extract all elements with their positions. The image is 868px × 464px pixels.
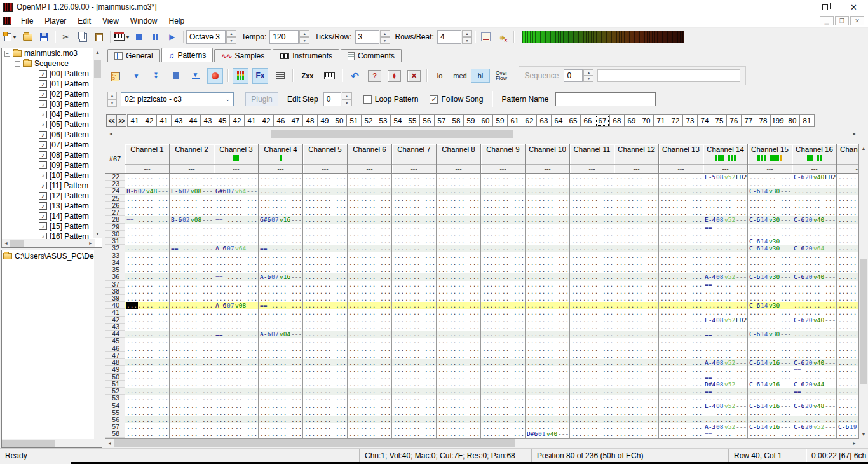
pattern-cell[interactable]: .......... [170, 366, 214, 373]
order-hscroll-thumb[interactable] [271, 130, 513, 138]
pattern-cell[interactable]: .......... [392, 374, 437, 381]
tab-samples[interactable]: ∿∿Samples [214, 49, 271, 62]
pattern-cell[interactable]: .......... [659, 366, 703, 373]
pattern-cell[interactable]: A-408v52--- [703, 359, 748, 366]
pattern-cell[interactable]: .......... [392, 238, 437, 245]
pattern-cell[interactable]: .......... [214, 430, 259, 437]
pattern-cell[interactable]: .......... [214, 288, 259, 295]
pattern-cell[interactable]: .......... [259, 281, 303, 288]
pattern-cell[interactable]: .......... [481, 181, 526, 188]
pattern-cell[interactable]: .......... [614, 423, 659, 430]
pattern-cell[interactable]: C-620v40--- [792, 359, 837, 366]
pattern-cell[interactable]: .......... [437, 366, 481, 373]
pattern-cell[interactable]: .......... [614, 359, 659, 366]
pattern-cell[interactable]: .......... [259, 345, 303, 352]
order-cell-75[interactable]: 75 [712, 114, 727, 127]
pattern-cell[interactable]: .......... [170, 302, 214, 309]
pattern-cell[interactable]: .......... [303, 381, 348, 388]
pattern-cell[interactable]: .......... [703, 266, 748, 273]
pattern-name-input[interactable] [555, 92, 656, 106]
spin-down-icon[interactable]: ▼ [583, 76, 593, 82]
pattern-cell[interactable]: .......... [526, 416, 570, 423]
pattern-cell[interactable]: .......... [659, 202, 703, 209]
open-file-button[interactable] [20, 29, 35, 44]
record-button[interactable] [207, 68, 223, 84]
pattern-cell[interactable]: .......... [303, 224, 348, 231]
channel-header-15[interactable]: Channel 15--- [748, 144, 792, 174]
pattern-cell[interactable]: .......... [348, 259, 392, 266]
pattern-cell[interactable]: .......... [703, 309, 748, 316]
pattern-cell[interactable]: .......... [259, 409, 303, 416]
pattern-cell[interactable]: .......... [214, 416, 259, 423]
tree-item-pattern-12[interactable]: ♪[12] Pattern [2, 191, 102, 201]
pattern-cell[interactable]: .......... [659, 381, 703, 388]
detail-lo-button[interactable]: lo [430, 69, 449, 83]
pattern-cell[interactable]: .......... [170, 381, 214, 388]
pattern-cell[interactable]: .......... [837, 259, 859, 266]
pattern-cell[interactable]: .......... [703, 352, 748, 359]
octave-spinner[interactable]: ▲▼ [226, 30, 236, 44]
pattern-cell[interactable]: .......... [348, 331, 392, 338]
pattern-cell[interactable]: .......... [214, 374, 259, 381]
pattern-cell[interactable]: ==....... [259, 245, 303, 252]
pattern-cell[interactable]: .......... [437, 395, 481, 402]
pattern-cell[interactable]: .......... [481, 331, 526, 338]
order-cell-68[interactable]: 68 [609, 114, 625, 127]
pattern-cell[interactable]: .......... [703, 345, 748, 352]
pattern-cell[interactable]: C-614v30--- [748, 238, 792, 245]
pattern-cell[interactable]: .......... [392, 402, 437, 409]
tab-general[interactable]: General [107, 49, 160, 62]
pattern-cell[interactable]: .......... [570, 430, 614, 437]
menu-item-help[interactable]: Help [163, 15, 191, 27]
pattern-cell[interactable]: .......... [303, 430, 348, 437]
pattern-cell[interactable]: .......... [614, 409, 659, 416]
order-cell-60[interactable]: 60 [478, 114, 493, 127]
new-pattern-button[interactable]: c-5 [109, 68, 125, 84]
pattern-cell[interactable]: ==....... [214, 331, 259, 338]
channel-plugin-row[interactable]: --- [703, 164, 747, 173]
pattern-cell[interactable]: .......... [614, 324, 659, 331]
pattern-cell[interactable]: .......... [214, 281, 259, 288]
pattern-cell[interactable]: .......... [214, 224, 259, 231]
pattern-cell[interactable]: .......... [125, 359, 170, 366]
pattern-cell[interactable]: .......... [614, 281, 659, 288]
pattern-cell[interactable]: .......... [570, 195, 614, 202]
tab-patterns[interactable]: ♫Patterns [161, 48, 213, 62]
undo-button[interactable]: ↶ [347, 68, 363, 84]
pattern-cell[interactable]: .......... [481, 238, 526, 245]
pattern-cell[interactable]: C-614v16--- [748, 381, 792, 388]
pattern-cell[interactable]: .......... [703, 302, 748, 309]
pattern-cell[interactable]: .......... [303, 273, 348, 280]
pattern-cell[interactable]: E-408v52--- [703, 216, 748, 223]
pattern-cell[interactable]: .......... [125, 231, 170, 238]
pattern-cell[interactable]: .......... [837, 395, 859, 402]
pattern-cell[interactable]: .......... [526, 352, 570, 359]
pattern-cell[interactable]: .......... [170, 338, 214, 345]
pattern-cell[interactable]: .......... [125, 366, 170, 373]
collapse-icon[interactable]: − [15, 61, 20, 67]
pattern-cell[interactable]: .......... [303, 188, 348, 194]
pattern-cell[interactable]: .......... [481, 302, 526, 309]
pattern-cell[interactable]: C-620v64--- [792, 245, 837, 252]
pattern-cell[interactable]: .......... [659, 317, 703, 324]
sequence-spinner[interactable]: ▲▼ [583, 69, 593, 82]
tree-item-pattern-05[interactable]: ♪[05] Pattern [2, 119, 102, 130]
pattern-cell[interactable]: .......... [303, 252, 348, 259]
pattern-cell[interactable]: .......... [259, 252, 303, 259]
pattern-cell[interactable]: .......... [392, 317, 437, 324]
order-cell-55[interactable]: 55 [405, 114, 420, 127]
pattern-cell[interactable]: .......... [481, 266, 526, 273]
pattern-cell[interactable]: .......... [748, 388, 792, 395]
pattern-cell[interactable]: .......... [526, 281, 570, 288]
mdi-minimize-button[interactable]: ▁ [820, 16, 834, 25]
pattern-cell[interactable]: .......... [614, 430, 659, 437]
pattern-cell[interactable]: .......... [170, 202, 214, 209]
pattern-cell[interactable]: .......... [170, 224, 214, 231]
order-cell-78[interactable]: 78 [756, 114, 771, 127]
pattern-cell[interactable]: .......... [303, 423, 348, 430]
play-from-cursor-button[interactable]: ▼ [187, 68, 203, 84]
channel-header-8[interactable]: Channel 8--- [437, 144, 481, 174]
pattern-cell[interactable]: .......... [748, 181, 792, 188]
pattern-cell[interactable]: .......... [125, 381, 170, 388]
order-cell-69[interactable]: 69 [624, 114, 639, 127]
